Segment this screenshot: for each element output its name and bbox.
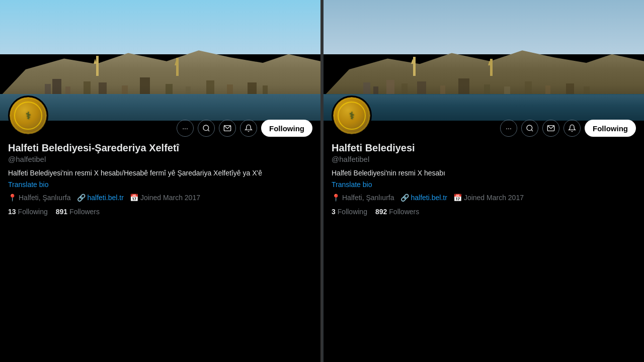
right-translate-bio[interactable]: Translate bio [332, 180, 636, 189]
left-translate-bio[interactable]: Translate bio [8, 180, 312, 189]
left-calendar-icon: 📅 [130, 194, 138, 202]
left-profile-meta: 📍 Halfeti, Şanlıurfa 🔗 halfeti.bel.tr 📅 … [8, 194, 312, 202]
right-banner [324, 0, 644, 121]
right-profile-handle: @halfetibel [332, 155, 636, 163]
left-mail-button[interactable] [219, 120, 236, 137]
right-location-icon: 📍 [332, 194, 340, 202]
left-banner [0, 0, 320, 121]
right-bell-button[interactable] [564, 120, 581, 137]
left-link-icon: 🔗 [77, 194, 86, 202]
left-profile-stats: 13 Following 891 Followers [8, 208, 312, 216]
right-more-button[interactable]: ··· [500, 120, 517, 137]
left-profile-bio: Halfeti Belediyesi'nin resmi X hesabı/He… [8, 168, 312, 178]
left-followers-count: 891 [56, 208, 67, 216]
left-following-stat[interactable]: 13 Following [8, 208, 48, 216]
left-panel: ⚕ ··· [0, 0, 322, 362]
right-location: 📍 Halfeti, Şanlıurfa [332, 194, 394, 202]
left-profile-name: Halfeti Belediyesi-Şarederiya Xelfetî [8, 142, 312, 154]
right-profile-name: Halfeti Belediyesi [332, 142, 636, 154]
right-followers-count: 892 [375, 208, 387, 216]
left-following-button[interactable]: Following [261, 120, 312, 137]
left-avatar: ⚕ [8, 96, 48, 136]
left-location-icon: 📍 [8, 194, 17, 202]
right-action-buttons: ··· [500, 120, 636, 137]
left-joined: 📅 Joined March 2017 [130, 194, 200, 202]
right-profile-stats: 3 Following 892 Followers [332, 208, 636, 216]
right-logo-icon: ⚕ [349, 110, 355, 122]
left-website[interactable]: 🔗 halfeti.bel.tr [77, 194, 124, 202]
left-followers-stat[interactable]: 891 Followers [56, 208, 100, 216]
right-website[interactable]: 🔗 halfeti.bel.tr [400, 194, 447, 202]
right-mail-button[interactable] [542, 120, 559, 137]
svg-point-3 [527, 125, 532, 131]
right-profile-row: ⚕ ··· [332, 116, 636, 137]
right-link-icon: 🔗 [400, 194, 409, 202]
svg-line-4 [531, 130, 533, 131]
right-profile-section: ⚕ ··· [324, 121, 644, 362]
left-bell-button[interactable] [240, 120, 257, 137]
right-followers-label: Followers [389, 208, 419, 216]
left-followers-label: Followers [69, 208, 100, 216]
right-following-count: 3 [332, 208, 336, 216]
left-profile-handle: @halfetibel [8, 155, 312, 163]
svg-line-1 [208, 130, 209, 131]
right-following-button[interactable]: Following [585, 120, 636, 137]
right-website-link[interactable]: halfeti.bel.tr [411, 194, 447, 202]
left-location: 📍 Halfeti, Şanlıurfa [8, 194, 71, 202]
right-joined-text: Joined March 2017 [464, 194, 524, 202]
left-joined-text: Joined March 2017 [140, 194, 200, 202]
left-search-button[interactable] [198, 120, 215, 137]
right-panel: ⚕ ··· [324, 0, 644, 362]
right-profile-bio: Halfeti Belediyesi'nin resmi X hesabı [332, 168, 636, 178]
left-profile-section: ⚕ ··· [0, 121, 320, 362]
left-logo-icon: ⚕ [26, 110, 31, 122]
left-profile-row: ⚕ ··· [8, 116, 312, 137]
right-calendar-icon: 📅 [453, 194, 462, 202]
right-following-label: Following [338, 208, 367, 216]
left-more-button[interactable]: ··· [177, 120, 194, 137]
right-followers-stat[interactable]: 892 Followers [375, 208, 419, 216]
left-following-label: Following [18, 208, 48, 216]
right-location-text: Halfeti, Şanlıurfa [342, 194, 394, 202]
right-search-button[interactable] [521, 120, 538, 137]
main-container: ⚕ ··· [0, 0, 644, 362]
left-following-count: 13 [8, 208, 16, 216]
left-website-link[interactable]: halfeti.bel.tr [88, 194, 124, 202]
right-following-stat[interactable]: 3 Following [332, 208, 367, 216]
right-profile-meta: 📍 Halfeti, Şanlıurfa 🔗 halfeti.bel.tr 📅 … [332, 194, 636, 202]
left-location-text: Halfeti, Şanlıurfa [19, 194, 71, 202]
svg-point-0 [203, 125, 209, 131]
left-action-buttons: ··· [177, 120, 312, 137]
right-joined: 📅 Joined March 2017 [453, 194, 524, 202]
right-avatar: ⚕ [332, 96, 372, 136]
